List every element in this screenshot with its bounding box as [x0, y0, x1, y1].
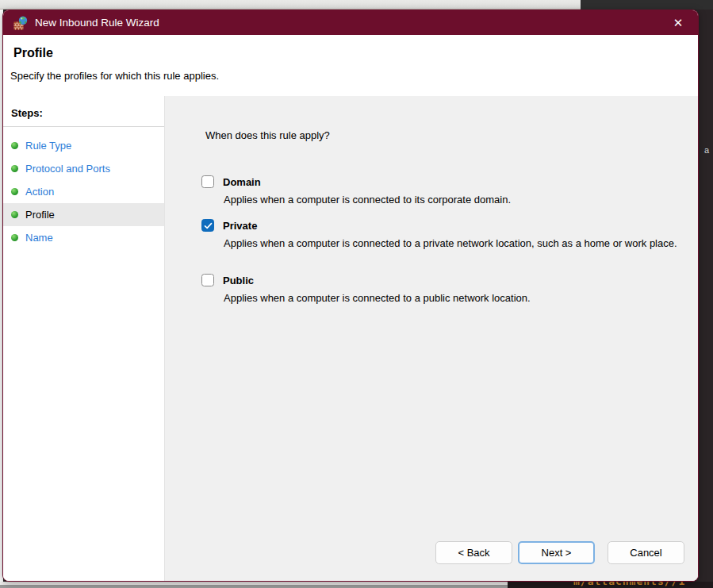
- check-icon: [204, 221, 213, 230]
- step-bullet-icon: [11, 165, 18, 172]
- sidebar-item-protocol-and-ports[interactable]: Protocol and Ports: [3, 157, 164, 180]
- terminal-text-fragment: m/attachments//1: [573, 582, 685, 587]
- sidebar-item-profile[interactable]: Profile: [3, 203, 164, 226]
- sidebar-item-action[interactable]: Action: [3, 180, 164, 203]
- option-domain: Domain Applies when a computer is connec…: [201, 175, 693, 206]
- titlebar[interactable]: New Inbound Rule Wizard ✕: [3, 10, 698, 35]
- option-label[interactable]: Private: [223, 220, 257, 232]
- step-bullet-icon: [11, 142, 18, 149]
- sidebar-item-rule-type[interactable]: Rule Type: [3, 134, 164, 157]
- cancel-button[interactable]: Cancel: [608, 541, 684, 564]
- option-checkbox[interactable]: [201, 274, 214, 286]
- option-private: Private Applies when a computer is conne…: [201, 219, 693, 250]
- background-window-strip: [0, 0, 581, 10]
- main-panel: When does this rule apply? Domain Applie…: [165, 96, 698, 581]
- close-icon[interactable]: ✕: [668, 13, 688, 33]
- option-label[interactable]: Public: [223, 275, 254, 286]
- option-description: Applies when a computer is connected to …: [224, 237, 693, 250]
- background-bottom-strip: [0, 582, 508, 588]
- wizard-header: Profile Specify the profiles for which t…: [3, 35, 698, 96]
- step-bullet-icon: [11, 188, 18, 195]
- next-button[interactable]: Next >: [518, 541, 595, 564]
- steps-sidebar: Steps: Rule Type Protocol and Ports Acti…: [3, 96, 165, 581]
- steps-heading: Steps:: [3, 96, 164, 127]
- option-checkbox[interactable]: [201, 175, 214, 188]
- background-dark-area: [581, 0, 713, 10]
- question-text: When does this rule apply?: [205, 129, 330, 141]
- window-title: New Inbound Rule Wizard: [35, 17, 668, 29]
- option-public: Public Applies when a computer is connec…: [201, 274, 693, 305]
- background-terminal-strip: m/attachments//1: [508, 582, 713, 588]
- step-bullet-icon: [11, 211, 18, 218]
- back-button[interactable]: < Back: [435, 541, 512, 564]
- option-description: Applies when a computer is connected to …: [224, 292, 693, 305]
- firewall-icon: [13, 16, 28, 30]
- page-title: Profile: [13, 46, 53, 60]
- option-label[interactable]: Domain: [223, 176, 261, 188]
- wizard-buttons: < Back Next > Cancel: [435, 541, 684, 564]
- sidebar-item-name[interactable]: Name: [3, 226, 164, 249]
- option-description: Applies when a computer is connected to …: [224, 194, 693, 206]
- option-checkbox[interactable]: [201, 219, 214, 232]
- new-inbound-rule-wizard-dialog: New Inbound Rule Wizard ✕ Profile Specif…: [2, 10, 699, 582]
- step-bullet-icon: [11, 234, 18, 241]
- background-text-fragment: a: [704, 145, 709, 155]
- page-subtitle: Specify the profiles for which this rule…: [10, 70, 219, 82]
